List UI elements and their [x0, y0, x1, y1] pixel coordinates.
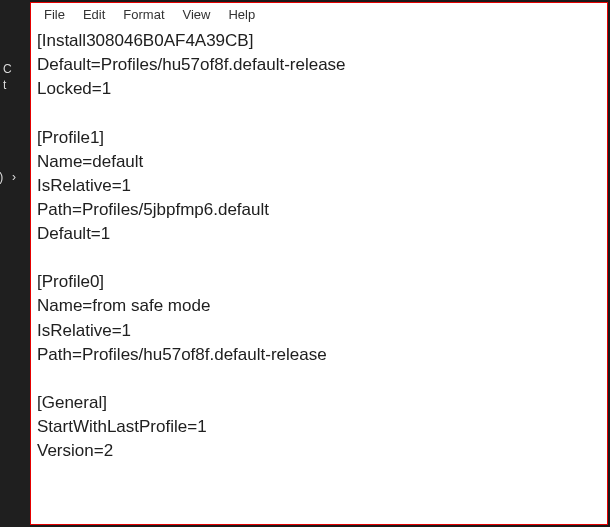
menu-edit[interactable]: Edit	[74, 5, 114, 24]
notepad-window: File Edit Format View Help [Install30804…	[30, 2, 608, 525]
sidebar-text-fragment: t	[3, 78, 6, 92]
menu-bar: File Edit Format View Help	[31, 3, 607, 25]
sidebar-text-fragment: :)	[0, 170, 3, 184]
menu-view[interactable]: View	[174, 5, 220, 24]
background-sidebar: C t :) ›	[0, 0, 30, 527]
menu-file[interactable]: File	[35, 5, 74, 24]
text-editor-content[interactable]: [Install308046B0AF4A39CB] Default=Profil…	[31, 25, 607, 469]
menu-format[interactable]: Format	[114, 5, 173, 24]
sidebar-text-fragment: C	[3, 62, 12, 76]
chevron-right-icon: ›	[12, 170, 16, 184]
menu-help[interactable]: Help	[219, 5, 264, 24]
